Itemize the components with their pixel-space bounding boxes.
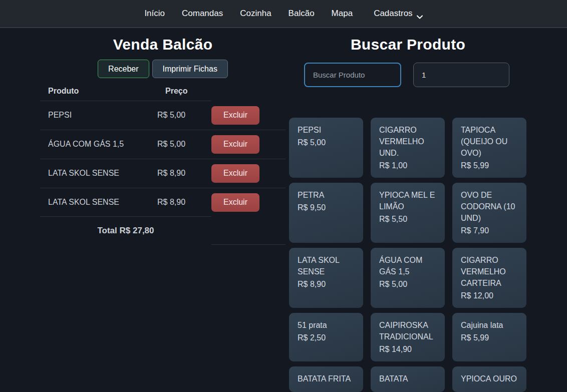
sale-item-action-cell: Excluir xyxy=(211,101,286,130)
product-card[interactable]: BATATA xyxy=(371,366,445,392)
product-card-price: R$ 5,50 xyxy=(379,213,436,225)
product-card-name: ÁGUA COM GÁS 1,5 xyxy=(379,254,436,277)
product-card[interactable]: ÁGUA COM GÁS 1,5 R$ 5,00 xyxy=(371,248,445,308)
sale-item-row: LATA SKOL SENSE R$ 8,90 Excluir xyxy=(40,188,286,217)
product-card-name: LATA SKOL SENSE xyxy=(298,254,355,277)
product-card[interactable]: PETRA R$ 9,50 xyxy=(289,183,363,243)
product-card-price: R$ 12,00 xyxy=(461,290,518,301)
chevron-down-icon xyxy=(417,12,423,16)
product-card-name: BATATA xyxy=(379,373,436,384)
product-card-price: R$ 5,99 xyxy=(461,160,518,171)
sale-item-price: R$ 5,00 xyxy=(157,101,211,130)
delete-item-button[interactable]: Excluir xyxy=(211,193,259,212)
delete-item-button[interactable]: Excluir xyxy=(211,135,259,154)
product-card-name: 51 prata xyxy=(298,319,355,331)
product-card-price: R$ 5,00 xyxy=(298,137,355,148)
nav-dropdown-label: Cadastros xyxy=(374,9,412,19)
product-card-name: YPIOCA MEL E LIMÃO xyxy=(379,189,436,212)
receive-button[interactable]: Receber xyxy=(98,60,149,78)
product-card-price: R$ 7,90 xyxy=(461,225,518,236)
product-card[interactable]: TAPIOCA (QUEIJO OU OVO) R$ 5,99 xyxy=(452,118,526,178)
nav-link[interactable]: Início xyxy=(136,5,173,22)
search-controls xyxy=(304,63,527,87)
sale-item-name: LATA SKOL SENSE xyxy=(40,159,157,188)
product-card-name: TAPIOCA (QUEIJO OU OVO) xyxy=(461,124,518,159)
counter-sale-panel: Venda Balcão Receber Imprimir Fichas Pro… xyxy=(40,28,286,392)
column-header-product: Produto xyxy=(40,82,157,101)
sale-item-row: ÁGUA COM GÁS 1,5 R$ 5,00 Excluir xyxy=(40,130,286,159)
product-card[interactable]: OVO DE CODORNA (10 UND) R$ 7,90 xyxy=(452,183,526,243)
sale-item-row: PEPSI R$ 5,00 Excluir xyxy=(40,101,286,130)
delete-item-button[interactable]: Excluir xyxy=(211,164,259,183)
product-card-price: R$ 9,50 xyxy=(298,202,355,213)
nav-link[interactable]: Mapa xyxy=(323,5,362,22)
page-title-venda-balcao: Venda Balcão xyxy=(40,36,286,53)
product-card-price: R$ 8,90 xyxy=(298,278,355,290)
sale-item-price: R$ 5,00 xyxy=(157,130,211,159)
sale-item-row: LATA SKOL SENSE R$ 8,90 Excluir xyxy=(40,159,286,188)
delete-item-button[interactable]: Excluir xyxy=(211,106,259,125)
sale-item-name: LATA SKOL SENSE xyxy=(40,188,157,217)
page-title-buscar-produto: Buscar Produto xyxy=(289,36,527,53)
product-card[interactable]: CIGARRO VERMELHO CARTEIRA R$ 12,00 xyxy=(452,248,526,308)
nav-link[interactable]: Balcão xyxy=(280,5,323,22)
sale-item-action-cell: Excluir xyxy=(211,159,286,188)
product-card[interactable]: BATATA FRITA xyxy=(289,366,363,392)
product-card-price: R$ 1,00 xyxy=(379,160,436,171)
product-card-price: R$ 14,90 xyxy=(379,343,436,355)
product-grid: PEPSI R$ 5,00 CIGARRO VERMELHO UND. R$ 1… xyxy=(289,118,527,392)
product-card-name: OVO DE CODORNA (10 UND) xyxy=(461,189,518,224)
product-card-price: R$ 5,00 xyxy=(379,278,436,290)
product-card-name: CIGARRO VERMELHO CARTEIRA xyxy=(461,254,518,289)
product-card[interactable]: LATA SKOL SENSE R$ 8,90 xyxy=(289,248,363,308)
product-card-name: PETRA xyxy=(298,189,355,201)
sale-item-name: PEPSI xyxy=(40,101,157,130)
product-card-name: PEPSI xyxy=(298,124,355,136)
sale-item-price: R$ 8,90 xyxy=(157,188,211,217)
sale-item-price: R$ 8,90 xyxy=(157,159,211,188)
product-card-name: BATATA FRITA xyxy=(298,373,355,384)
print-tickets-button[interactable]: Imprimir Fichas xyxy=(152,60,228,78)
main-content: Venda Balcão Receber Imprimir Fichas Pro… xyxy=(0,28,567,392)
table-header-row: Produto Preço xyxy=(40,82,286,101)
quantity-input[interactable] xyxy=(413,63,509,87)
nav-link[interactable]: Cozinha xyxy=(231,5,279,22)
search-product-input[interactable] xyxy=(304,63,401,87)
table-total-row: Total R$ 27,80 xyxy=(40,217,286,245)
product-card[interactable]: 51 prata R$ 2,50 xyxy=(289,313,363,361)
product-card[interactable]: YPIOCA MEL E LIMÃO R$ 5,50 xyxy=(371,183,445,243)
product-card[interactable]: YPIOCA OURO xyxy=(452,366,526,392)
nav-link[interactable]: Comandas xyxy=(173,5,231,22)
sale-total: Total R$ 27,80 xyxy=(40,217,211,245)
sale-item-action-cell: Excluir xyxy=(211,130,286,159)
column-header-price: Preço xyxy=(157,82,211,101)
product-search-panel: Buscar Produto PEPSI R$ 5,00 CIGARRO VER… xyxy=(289,28,527,392)
product-card[interactable]: Cajuina lata R$ 5,99 xyxy=(452,313,526,361)
sale-item-name: ÁGUA COM GÁS 1,5 xyxy=(40,130,157,159)
sale-item-action-cell: Excluir xyxy=(211,188,286,217)
sale-actions: Receber Imprimir Fichas xyxy=(40,60,286,78)
product-card-name: Cajuina lata xyxy=(461,319,518,331)
product-card-name: CAIPIROSKA TRADICIONAL xyxy=(379,319,436,342)
nav-dropdown-cadastros[interactable]: Cadastros xyxy=(365,5,431,23)
product-card[interactable]: CAIPIROSKA TRADICIONAL R$ 14,90 xyxy=(371,313,445,361)
product-card-price: R$ 5,99 xyxy=(461,332,518,343)
top-navbar: InícioComandasCozinhaBalcãoMapa Cadastro… xyxy=(0,0,567,28)
product-card-name: YPIOCA OURO xyxy=(461,373,518,384)
sale-items-table: Produto Preço PEPSI R$ 5,00 Excluir ÁGUA… xyxy=(40,82,286,245)
product-card-name: CIGARRO VERMELHO UND. xyxy=(379,124,436,159)
column-header-action xyxy=(211,82,286,101)
product-card[interactable]: CIGARRO VERMELHO UND. R$ 1,00 xyxy=(371,118,445,178)
product-card[interactable]: PEPSI R$ 5,00 xyxy=(289,118,363,178)
product-card-price: R$ 2,50 xyxy=(298,332,355,343)
